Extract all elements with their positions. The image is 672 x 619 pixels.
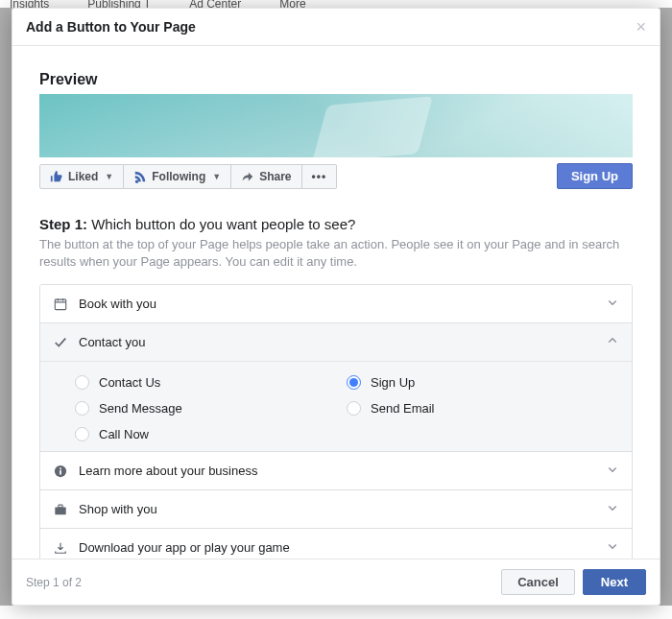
rss-icon xyxy=(133,170,147,183)
chevron-down-icon xyxy=(607,540,618,555)
check-icon xyxy=(54,336,67,349)
like-thumb-icon xyxy=(50,170,63,183)
svg-rect-0 xyxy=(55,299,65,310)
next-button[interactable]: Next xyxy=(583,569,646,595)
button-category-accordion: Book with you Contact you xyxy=(39,284,633,559)
preview-heading: Preview xyxy=(39,71,633,88)
radio-icon xyxy=(75,427,89,441)
background-nav: InsightsPublishing TAd CenterMore xyxy=(0,0,672,8)
radio-checked-icon xyxy=(347,375,361,390)
radio-icon xyxy=(347,401,361,416)
caret-down-icon: ▼ xyxy=(105,172,113,181)
info-icon xyxy=(54,464,67,478)
caret-down-icon: ▼ xyxy=(212,172,221,181)
cancel-button[interactable]: Cancel xyxy=(501,569,575,595)
step-description: The button at the top of your Page helps… xyxy=(39,236,633,271)
panel-contact-body: Contact Us Sign Up Send Message xyxy=(40,361,632,451)
chevron-down-icon xyxy=(607,297,618,311)
panel-download[interactable]: Download your app or play your game xyxy=(40,529,632,559)
step-indicator: Step 1 of 2 xyxy=(26,576,82,589)
chevron-down-icon xyxy=(607,502,618,516)
panel-learn-more[interactable]: Learn more about your business xyxy=(40,452,632,489)
add-button-modal: Add a Button to Your Page × Preview Like… xyxy=(12,8,660,606)
following-button[interactable]: Following ▼ xyxy=(124,164,231,189)
option-send-message[interactable]: Send Message xyxy=(75,395,347,421)
svg-rect-5 xyxy=(60,470,61,474)
ellipsis-icon: ••• xyxy=(312,170,327,183)
step-heading: Step 1: Which button do you want people … xyxy=(39,216,633,232)
chevron-up-icon xyxy=(607,335,618,349)
more-button[interactable]: ••• xyxy=(302,164,338,189)
panel-book[interactable]: Book with you xyxy=(40,285,632,322)
panel-contact[interactable]: Contact you xyxy=(40,323,632,361)
liked-button[interactable]: Liked ▼ xyxy=(39,164,124,189)
share-button[interactable]: Share xyxy=(231,164,301,189)
close-icon[interactable]: × xyxy=(636,18,646,36)
briefcase-icon xyxy=(54,503,67,516)
option-contact-us[interactable]: Contact Us xyxy=(75,369,347,395)
radio-icon xyxy=(75,401,89,416)
option-sign-up[interactable]: Sign Up xyxy=(347,369,618,395)
radio-icon xyxy=(75,375,89,390)
option-send-email[interactable]: Send Email xyxy=(347,395,618,421)
svg-rect-7 xyxy=(55,507,65,514)
svg-rect-8 xyxy=(59,505,62,508)
share-arrow-icon xyxy=(241,170,254,183)
modal-title: Add a Button to Your Page xyxy=(26,19,196,35)
chevron-down-icon xyxy=(607,464,618,478)
modal-header: Add a Button to Your Page × xyxy=(12,9,660,46)
svg-rect-6 xyxy=(60,467,61,469)
download-icon xyxy=(54,541,67,555)
calendar-icon xyxy=(54,298,67,311)
option-call-now[interactable]: Call Now xyxy=(75,421,347,447)
page-cover-preview xyxy=(39,94,633,157)
panel-shop[interactable]: Shop with you xyxy=(40,490,632,528)
cta-preview-button[interactable]: Sign Up xyxy=(557,163,633,189)
